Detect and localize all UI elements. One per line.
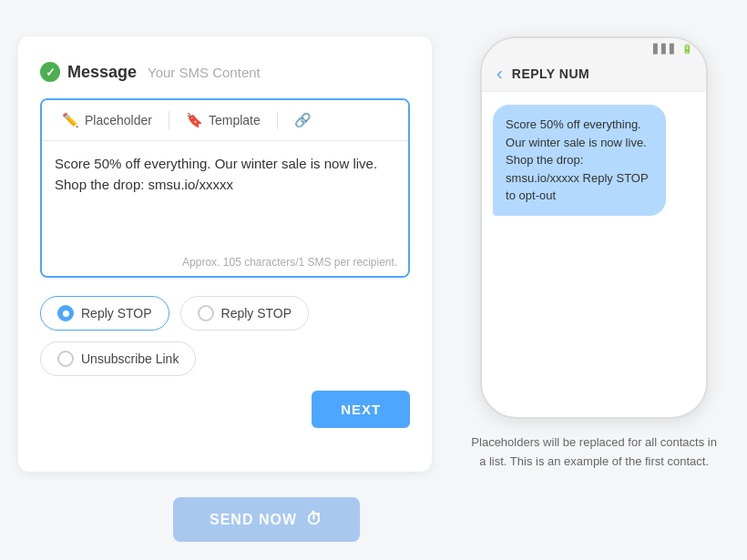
right-panel: ▋▋▋ 🔋 ‹ REPLY NUM Score 50% off everythi…: [459, 36, 729, 472]
phone-messages: Score 50% off everything. Our winter sal…: [482, 92, 706, 347]
message-bubble: Score 50% off everything. Our winter sal…: [493, 105, 666, 216]
back-arrow-icon[interactable]: ‹: [496, 63, 503, 84]
clock-icon: ⏱: [306, 510, 323, 529]
placeholder-button[interactable]: ✏️ Placeholder: [53, 107, 161, 133]
send-now-label: SEND NOW: [210, 512, 297, 528]
reply-stop-label: Reply STOP: [81, 306, 152, 321]
reply-stop2-radio: [198, 305, 214, 321]
reply-stop2-option[interactable]: Reply STOP: [180, 296, 310, 331]
toolbar-divider: [169, 111, 169, 129]
options-row-2: Unsubscribe Link: [40, 341, 410, 376]
unsubscribe-radio: [57, 351, 74, 367]
editor-toolbar: ✏️ Placeholder 🔖 Template 🔗: [42, 100, 408, 141]
reply-stop2-label: Reply STOP: [221, 306, 292, 321]
link-icon: 🔗: [294, 112, 312, 128]
template-button[interactable]: 🔖 Template: [177, 107, 270, 133]
reply-stop-option[interactable]: Reply STOP: [40, 296, 169, 331]
phone-nav: ‹ REPLY NUM: [482, 56, 706, 92]
left-panel: Message Your SMS Content ✏️ Placeholder …: [18, 36, 432, 472]
contact-name: REPLY NUM: [512, 66, 589, 81]
phone-status-bar: ▋▋▋ 🔋: [482, 38, 706, 56]
message-subtitle: Your SMS Content: [148, 65, 261, 80]
editor-text: Score 50% off everything. Our winter sal…: [55, 156, 377, 192]
placeholder-info: Placeholders will be replaced for all co…: [459, 433, 729, 472]
send-now-container: SEND NOW ⏱: [173, 497, 360, 542]
phone-mockup: ▋▋▋ 🔋 ‹ REPLY NUM Score 50% off everythi…: [480, 36, 708, 419]
next-btn-row: NEXT: [40, 391, 410, 428]
unsubscribe-link-option[interactable]: Unsubscribe Link: [40, 341, 196, 376]
reply-stop-radio: [57, 305, 74, 321]
toolbar-divider-2: [277, 111, 278, 129]
placeholder-icon: ✏️: [62, 112, 79, 128]
placeholder-label: Placeholder: [85, 113, 152, 127]
editor-content[interactable]: Score 50% off everything. Our winter sal…: [42, 141, 408, 250]
next-button[interactable]: NEXT: [312, 391, 410, 428]
check-icon: [40, 62, 60, 82]
editor-footer: Approx. 105 characters/1 SMS per recipie…: [42, 250, 408, 276]
unsubscribe-label: Unsubscribe Link: [81, 351, 179, 366]
send-now-button[interactable]: SEND NOW ⏱: [173, 497, 360, 542]
template-icon: 🔖: [186, 112, 203, 128]
template-label: Template: [209, 113, 261, 127]
message-title: Message: [67, 63, 137, 82]
editor-wrapper: ✏️ Placeholder 🔖 Template 🔗 Score 50% of…: [40, 98, 410, 278]
message-header: Message Your SMS Content: [40, 62, 410, 82]
link-button[interactable]: 🔗: [285, 107, 321, 133]
signal-icon: ▋▋▋ 🔋: [653, 44, 693, 54]
options-row-1: Reply STOP Reply STOP: [40, 296, 410, 331]
